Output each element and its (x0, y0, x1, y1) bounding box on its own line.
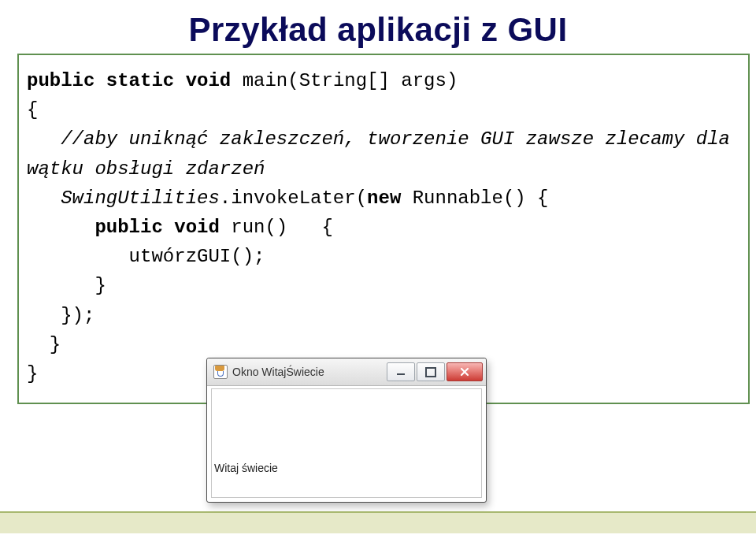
maximize-icon (425, 367, 436, 377)
maximize-button[interactable] (417, 362, 445, 381)
code-line: { (27, 95, 740, 124)
minimize-button[interactable] (387, 362, 415, 381)
close-icon (460, 367, 469, 377)
code-comment: //aby uniknąć zakleszczeń, tworzenie GUI… (27, 124, 740, 154)
footer-band (0, 511, 756, 533)
code-text: main(String[] args) (243, 70, 458, 91)
close-button[interactable] (447, 362, 483, 381)
code-line: } (27, 271, 740, 300)
code-line: utwórzGUI(); (27, 242, 740, 271)
window-body: Witaj świecie (211, 388, 482, 498)
window-titlebar[interactable]: Okno WitajŚwiecie (207, 358, 486, 386)
window-title: Okno WitajŚwiecie (232, 366, 387, 378)
code-comment: wątku obsługi zdarzeń (27, 154, 740, 184)
minimize-icon (397, 373, 405, 375)
code-block: public static void main(String[] args) {… (17, 54, 750, 404)
code-line: } (27, 330, 740, 359)
code-text: run() { (231, 217, 333, 238)
demo-window: Okno WitajŚwiecie Witaj świecie (206, 358, 487, 503)
code-keyword: public static void (27, 70, 243, 91)
slide-title: Przykład aplikacji z GUI (0, 11, 756, 49)
code-line: }); (27, 301, 740, 330)
code-keyword: public void (27, 217, 231, 238)
code-keyword: new (367, 188, 413, 209)
java-icon (213, 365, 228, 379)
hello-label: Witaj świecie (214, 462, 278, 474)
code-text: SwingUtilities (27, 188, 220, 209)
code-text: Runnable() { (413, 188, 549, 209)
code-text: .invokeLater( (220, 188, 367, 209)
